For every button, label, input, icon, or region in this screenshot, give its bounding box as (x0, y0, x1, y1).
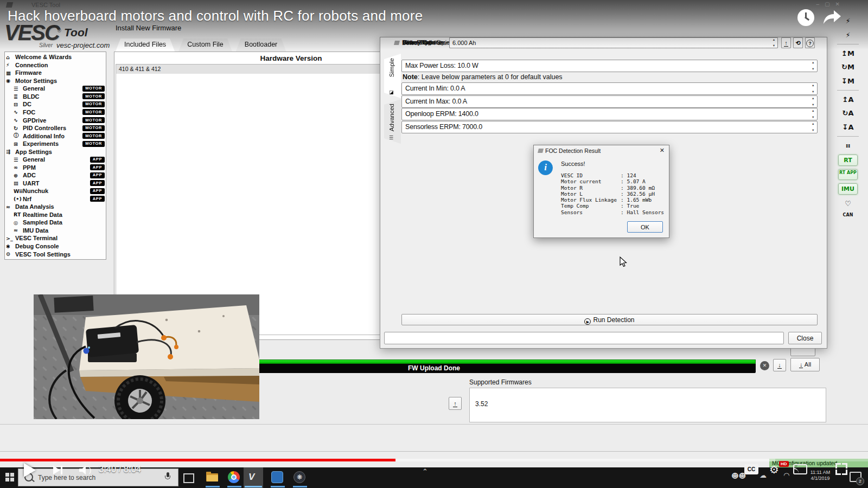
sidebar-item-label: PID Controllers (23, 125, 66, 131)
sidebar-item[interactable]: ∞ PPM APP (6, 163, 105, 171)
minimize-button[interactable]: – (816, 1, 825, 7)
toolbar-icon[interactable]: ↧A (839, 122, 857, 132)
toolbar-icon[interactable]: ↥M (839, 48, 857, 59)
ide-app-icon[interactable] (271, 471, 283, 483)
fullscreen-button[interactable] (835, 463, 847, 475)
toolbar-icon[interactable]: IMU (838, 183, 858, 195)
video-next-button[interactable] (53, 466, 64, 474)
toolbar-icon[interactable]: ♡ (839, 198, 857, 209)
sidebar-item[interactable]: ◎ Sampled Data (6, 219, 105, 227)
tab[interactable]: Bootloader (236, 38, 286, 52)
sidebar-item[interactable]: RT Realtime Data (6, 211, 105, 219)
sidebar-item[interactable]: ∿ FOC MOTOR (6, 108, 105, 117)
spinner[interactable]: ▲▼ (810, 61, 816, 70)
popup-close-icon[interactable]: ✕ (660, 147, 665, 154)
mic-icon[interactable] (165, 472, 170, 480)
tab-advanced[interactable]: Advanced ☰ (384, 99, 401, 144)
sidebar-item[interactable]: ▤ UART APP (6, 179, 105, 188)
video-play-button[interactable] (24, 463, 36, 477)
sidebar-item[interactable]: ☰ General APP (6, 156, 105, 164)
cast-icon[interactable] (793, 464, 807, 474)
sidebar-item[interactable]: ↻ PID Controllers MOTOR (6, 124, 105, 132)
param-help-button[interactable]: ? (805, 37, 815, 48)
watch-later-icon[interactable] (797, 9, 814, 26)
sidebar-item[interactable]: ⇶ App Settings (6, 147, 105, 156)
close-button[interactable]: ✕ (835, 1, 845, 7)
tray-clock[interactable]: 11:11 AM 4/1/2019 (806, 470, 834, 481)
spinner[interactable]: ▲▼ (810, 97, 816, 106)
spinner[interactable]: ▲▼ (771, 38, 777, 47)
toolbar-icon[interactable]: ↻A (839, 108, 857, 118)
task-view-icon[interactable] (183, 473, 194, 483)
toolbar-icon[interactable]: ↥A (839, 94, 857, 105)
sidebar-item[interactable]: ≈ IMU Data (6, 227, 105, 235)
sidebar-item[interactable]: (•) Nrf APP (6, 195, 105, 203)
toolbar-icon[interactable]: ↻M (839, 62, 857, 72)
sidebar-item[interactable]: ≈ Data Analysis (6, 203, 105, 211)
toolbar-icon[interactable]: RT (838, 155, 858, 166)
sidebar-item[interactable]: ⚙ VESC Tool Settings (6, 250, 105, 258)
firmware-version-item[interactable]: 3.52 (470, 388, 826, 408)
start-button[interactable] (5, 473, 15, 482)
share-icon[interactable] (821, 9, 842, 25)
spinner[interactable]: ▲▼ (810, 84, 816, 93)
tab[interactable]: Custom File (178, 38, 232, 52)
fw-cancel-button[interactable]: ✕ (760, 361, 769, 370)
spinner[interactable]: ▲▼ (810, 110, 816, 119)
firmware-upload-button[interactable]: ↑ (449, 397, 462, 410)
toolbar-icon[interactable] (837, 136, 859, 137)
sidebar-item[interactable]: ✱ Debug Console (6, 242, 105, 251)
wifi-icon[interactable]: ◠ (783, 471, 789, 479)
ok-button[interactable]: OK (627, 221, 663, 233)
max-power-loss-field[interactable]: Max Power Loss: 10.0 W▲▼ (401, 60, 818, 72)
sidebar-item[interactable]: Wii Nunchuk APP (6, 187, 105, 195)
toolbar-icon[interactable]: CAN (839, 212, 857, 222)
toolbar-icon[interactable] (837, 90, 859, 91)
run-detection-button[interactable]: ▶Run Detection (401, 314, 818, 325)
chrome-icon[interactable] (228, 471, 240, 483)
sensorless-erpm-field[interactable]: Sensorless ERPM: 7000.0▲▼ (401, 121, 818, 133)
tray-chevron-icon[interactable]: ⌃ (422, 467, 428, 476)
tab-simple[interactable]: Simple ◪ (384, 54, 401, 98)
toolbar-icon[interactable]: ⠶ (839, 140, 857, 151)
sidebar-item[interactable]: ≣ BLDC MOTOR (6, 93, 105, 101)
video-progress-track[interactable] (0, 459, 868, 461)
openloop-erpm-field[interactable]: Openloop ERPM: 1400.0▲▼ (401, 108, 818, 120)
spinner[interactable]: ▲▼ (810, 123, 816, 132)
sidebar-item[interactable]: ⌂ Welcome & Wizards (6, 53, 105, 61)
current-in-max-field[interactable]: Current In Max: 0.0 A▲▼ (401, 95, 818, 108)
search-input[interactable]: Type here to search (18, 468, 178, 486)
param-write-button[interactable]: ↑ (781, 37, 791, 48)
current-in-min-field[interactable]: Current In Min: 0.0 A▲▼ (401, 82, 818, 95)
sidebar-item[interactable]: ⓘ Additional Info MOTOR (6, 132, 105, 140)
captions-button[interactable]: CC (744, 464, 758, 474)
maximize-button[interactable]: ▢ (825, 1, 835, 7)
obs-icon[interactable]: ❋ (293, 471, 305, 483)
toolbar-icon[interactable]: RT APP (838, 169, 858, 180)
tab[interactable]: Included Files (116, 38, 175, 52)
cloud-icon[interactable]: ☁ (760, 471, 767, 479)
sidebar-item[interactable]: ◉ Motor Settings (6, 77, 105, 85)
sidebar-item[interactable]: ☰ General MOTOR (6, 85, 105, 93)
sidebar-item[interactable]: ⊞ Experiments MOTOR (6, 140, 105, 148)
toolbar-icon[interactable]: ↧M (839, 76, 857, 86)
toolbar-icon[interactable]: ⚡ (839, 30, 857, 40)
window-controls[interactable]: –▢✕ (816, 1, 845, 7)
sidebar-item[interactable]: ▦ Firmware (6, 69, 105, 77)
param-default-button[interactable]: ⟲ (793, 37, 803, 48)
dialog-close-button[interactable]: Close (788, 332, 822, 344)
settings-gear-icon[interactable]: ⚙ (769, 463, 779, 476)
file-explorer-icon[interactable] (206, 471, 219, 484)
param-value-field[interactable]: 6.000 Ah (449, 37, 778, 48)
sidebar-item[interactable]: ∿ GPDrive MOTOR (6, 116, 105, 124)
supported-firmwares-list[interactable]: 3.52 (469, 388, 826, 422)
popup-status: Success! (561, 160, 585, 167)
vesc-tool-icon[interactable]: V (248, 472, 254, 483)
fw-download-all-button[interactable]: ↓ All (790, 358, 820, 371)
sidebar-item[interactable]: ⚡ Connection (6, 61, 105, 69)
sidebar-item[interactable]: ⊟ DC MOTOR (6, 100, 105, 108)
sidebar-item[interactable]: ⊛ ADC APP (6, 171, 105, 179)
sidebar-item[interactable]: >_ VESC Terminal (6, 234, 105, 242)
toolbar-icon[interactable] (837, 44, 859, 44)
fw-download-button[interactable]: ↓ (773, 359, 786, 371)
